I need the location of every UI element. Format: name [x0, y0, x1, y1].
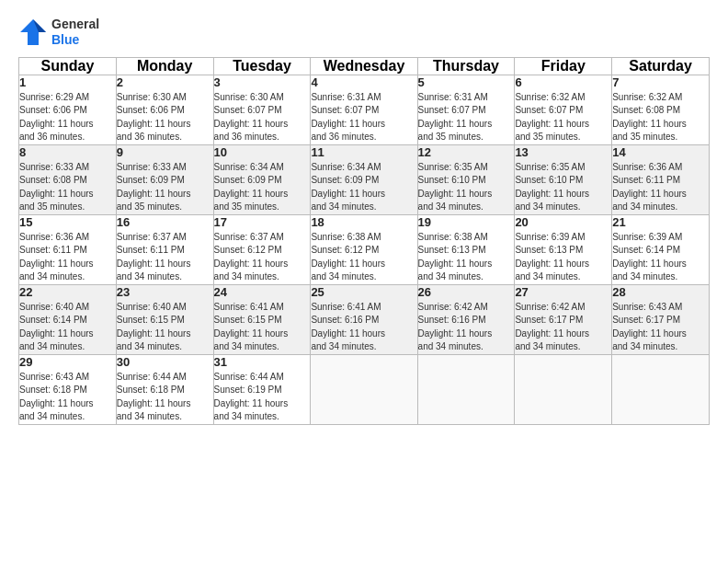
- logo-text: GeneralBlue: [51, 17, 99, 48]
- day-number: 22: [19, 285, 116, 299]
- day-number: 14: [612, 145, 709, 159]
- day-info: Sunrise: 6:33 AM Sunset: 6:09 PM Dayligh…: [117, 161, 213, 214]
- day-number: 3: [214, 75, 311, 89]
- week-row-4: 22Sunrise: 6:40 AM Sunset: 6:14 PM Dayli…: [19, 284, 710, 354]
- day-number: 15: [19, 215, 116, 229]
- day-number: 12: [418, 145, 515, 159]
- calendar-cell: 14Sunrise: 6:36 AM Sunset: 6:11 PM Dayli…: [612, 144, 710, 214]
- logo-blue-text: Blue: [51, 32, 99, 48]
- day-number: 11: [311, 145, 416, 159]
- calendar-cell: 16Sunrise: 6:37 AM Sunset: 6:11 PM Dayli…: [116, 214, 213, 284]
- day-number: 24: [214, 285, 311, 299]
- day-info: Sunrise: 6:37 AM Sunset: 6:12 PM Dayligh…: [214, 231, 311, 284]
- calendar-cell: 2Sunrise: 6:30 AM Sunset: 6:06 PM Daylig…: [116, 75, 213, 144]
- day-info: Sunrise: 6:36 AM Sunset: 6:11 PM Dayligh…: [612, 161, 709, 214]
- day-number: 17: [214, 215, 311, 229]
- calendar-cell: 28Sunrise: 6:43 AM Sunset: 6:17 PM Dayli…: [612, 284, 710, 354]
- day-info: Sunrise: 6:36 AM Sunset: 6:11 PM Dayligh…: [19, 231, 116, 284]
- calendar-cell: 12Sunrise: 6:35 AM Sunset: 6:10 PM Dayli…: [417, 144, 515, 214]
- day-number: 2: [117, 75, 213, 89]
- day-info: Sunrise: 6:31 AM Sunset: 6:07 PM Dayligh…: [418, 91, 515, 144]
- day-number: 26: [418, 285, 515, 299]
- day-info: Sunrise: 6:34 AM Sunset: 6:09 PM Dayligh…: [311, 161, 416, 214]
- weekday-saturday: Saturday: [612, 57, 710, 75]
- weekday-wednesday: Wednesday: [311, 57, 417, 75]
- day-number: 25: [311, 285, 416, 299]
- calendar-cell: 6Sunrise: 6:32 AM Sunset: 6:07 PM Daylig…: [515, 75, 612, 144]
- day-number: 10: [214, 145, 311, 159]
- day-number: 13: [515, 145, 611, 159]
- day-number: 28: [612, 285, 709, 299]
- day-number: 7: [612, 75, 709, 89]
- calendar-cell: 27Sunrise: 6:42 AM Sunset: 6:17 PM Dayli…: [515, 284, 612, 354]
- calendar-cell: 21Sunrise: 6:39 AM Sunset: 6:14 PM Dayli…: [612, 214, 710, 284]
- page: GeneralBlue SundayMondayTuesdayWednesday…: [0, 0, 728, 563]
- logo: GeneralBlue: [18, 17, 99, 48]
- calendar-cell: [311, 354, 417, 424]
- calendar-cell: 20Sunrise: 6:39 AM Sunset: 6:13 PM Dayli…: [515, 214, 612, 284]
- calendar-cell: 7Sunrise: 6:32 AM Sunset: 6:08 PM Daylig…: [612, 75, 710, 144]
- day-number: 31: [214, 355, 311, 369]
- day-info: Sunrise: 6:31 AM Sunset: 6:07 PM Dayligh…: [311, 91, 416, 144]
- day-info: Sunrise: 6:43 AM Sunset: 6:18 PM Dayligh…: [19, 371, 116, 424]
- day-info: Sunrise: 6:39 AM Sunset: 6:14 PM Dayligh…: [612, 231, 709, 284]
- day-number: 20: [515, 215, 611, 229]
- day-info: Sunrise: 6:29 AM Sunset: 6:06 PM Dayligh…: [19, 91, 116, 144]
- day-number: 1: [19, 75, 116, 89]
- calendar-cell: 23Sunrise: 6:40 AM Sunset: 6:15 PM Dayli…: [116, 284, 213, 354]
- weekday-sunday: Sunday: [19, 57, 117, 75]
- calendar-cell: 31Sunrise: 6:44 AM Sunset: 6:19 PM Dayli…: [213, 354, 311, 424]
- day-info: Sunrise: 6:41 AM Sunset: 6:16 PM Dayligh…: [311, 301, 416, 354]
- day-number: 9: [117, 145, 213, 159]
- day-number: 19: [418, 215, 515, 229]
- day-info: Sunrise: 6:38 AM Sunset: 6:13 PM Dayligh…: [418, 231, 515, 284]
- day-number: 23: [117, 285, 213, 299]
- week-row-5: 29Sunrise: 6:43 AM Sunset: 6:18 PM Dayli…: [19, 354, 710, 424]
- day-info: Sunrise: 6:40 AM Sunset: 6:14 PM Dayligh…: [19, 301, 116, 354]
- day-info: Sunrise: 6:41 AM Sunset: 6:15 PM Dayligh…: [214, 301, 311, 354]
- calendar-cell: 26Sunrise: 6:42 AM Sunset: 6:16 PM Dayli…: [417, 284, 515, 354]
- calendar-cell: 24Sunrise: 6:41 AM Sunset: 6:15 PM Dayli…: [213, 284, 311, 354]
- calendar-cell: 30Sunrise: 6:44 AM Sunset: 6:18 PM Dayli…: [116, 354, 213, 424]
- calendar-body: 1Sunrise: 6:29 AM Sunset: 6:06 PM Daylig…: [19, 75, 710, 424]
- day-info: Sunrise: 6:30 AM Sunset: 6:06 PM Dayligh…: [117, 91, 213, 144]
- header: GeneralBlue: [18, 17, 710, 48]
- calendar-cell: 18Sunrise: 6:38 AM Sunset: 6:12 PM Dayli…: [311, 214, 417, 284]
- day-info: Sunrise: 6:33 AM Sunset: 6:08 PM Dayligh…: [19, 161, 116, 214]
- day-number: 6: [515, 75, 611, 89]
- day-info: Sunrise: 6:42 AM Sunset: 6:16 PM Dayligh…: [418, 301, 515, 354]
- day-info: Sunrise: 6:43 AM Sunset: 6:17 PM Dayligh…: [612, 301, 709, 354]
- calendar-cell: 19Sunrise: 6:38 AM Sunset: 6:13 PM Dayli…: [417, 214, 515, 284]
- day-info: Sunrise: 6:30 AM Sunset: 6:07 PM Dayligh…: [214, 91, 311, 144]
- calendar-header: SundayMondayTuesdayWednesdayThursdayFrid…: [19, 57, 710, 75]
- day-info: Sunrise: 6:34 AM Sunset: 6:09 PM Dayligh…: [214, 161, 311, 214]
- day-info: Sunrise: 6:35 AM Sunset: 6:10 PM Dayligh…: [418, 161, 515, 214]
- day-number: 30: [117, 355, 213, 369]
- day-info: Sunrise: 6:44 AM Sunset: 6:18 PM Dayligh…: [117, 371, 213, 424]
- calendar-cell: 10Sunrise: 6:34 AM Sunset: 6:09 PM Dayli…: [213, 144, 311, 214]
- logo-general-text: General: [51, 17, 99, 32]
- calendar-cell: 15Sunrise: 6:36 AM Sunset: 6:11 PM Dayli…: [19, 214, 117, 284]
- calendar-cell: 11Sunrise: 6:34 AM Sunset: 6:09 PM Dayli…: [311, 144, 417, 214]
- day-number: 21: [612, 215, 709, 229]
- day-number: 5: [418, 75, 515, 89]
- calendar-cell: 29Sunrise: 6:43 AM Sunset: 6:18 PM Dayli…: [19, 354, 117, 424]
- week-row-1: 1Sunrise: 6:29 AM Sunset: 6:06 PM Daylig…: [19, 75, 710, 144]
- day-info: Sunrise: 6:32 AM Sunset: 6:08 PM Dayligh…: [612, 91, 709, 144]
- calendar-cell: 17Sunrise: 6:37 AM Sunset: 6:12 PM Dayli…: [213, 214, 311, 284]
- week-row-3: 15Sunrise: 6:36 AM Sunset: 6:11 PM Dayli…: [19, 214, 710, 284]
- weekday-thursday: Thursday: [417, 57, 515, 75]
- day-number: 4: [311, 75, 416, 89]
- day-info: Sunrise: 6:42 AM Sunset: 6:17 PM Dayligh…: [515, 301, 611, 354]
- week-row-2: 8Sunrise: 6:33 AM Sunset: 6:08 PM Daylig…: [19, 144, 710, 214]
- calendar-cell: 13Sunrise: 6:35 AM Sunset: 6:10 PM Dayli…: [515, 144, 612, 214]
- day-number: 29: [19, 355, 116, 369]
- calendar-table: SundayMondayTuesdayWednesdayThursdayFrid…: [18, 57, 710, 425]
- calendar-cell: 8Sunrise: 6:33 AM Sunset: 6:08 PM Daylig…: [19, 144, 117, 214]
- calendar-cell: 9Sunrise: 6:33 AM Sunset: 6:09 PM Daylig…: [116, 144, 213, 214]
- weekday-tuesday: Tuesday: [213, 57, 311, 75]
- calendar-cell: 22Sunrise: 6:40 AM Sunset: 6:14 PM Dayli…: [19, 284, 117, 354]
- day-info: Sunrise: 6:44 AM Sunset: 6:19 PM Dayligh…: [214, 371, 311, 424]
- weekday-header-row: SundayMondayTuesdayWednesdayThursdayFrid…: [19, 57, 710, 75]
- day-info: Sunrise: 6:40 AM Sunset: 6:15 PM Dayligh…: [117, 301, 213, 354]
